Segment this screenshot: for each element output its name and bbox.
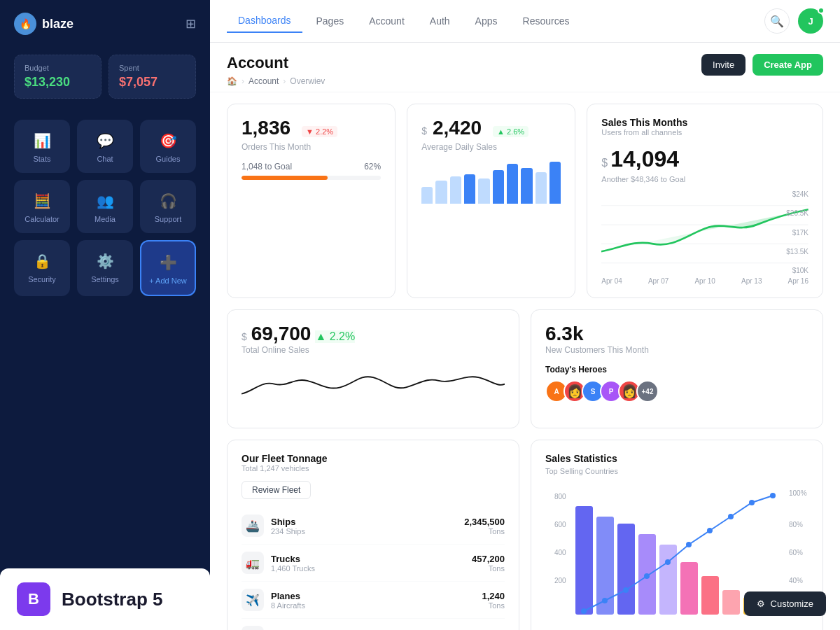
trains-icon: 🚂 [241, 626, 264, 630]
sales-line-chart: $24K $20.5K $17K $13.5K $10K [601, 190, 808, 274]
fleet-card: Our Fleet Tonnage Total 1,247 vehicles R… [227, 440, 519, 630]
breadcrumb-home-icon[interactable]: 🏠 [227, 76, 237, 86]
stats-icon: 📊 [34, 132, 51, 149]
sidebar-item-support[interactable]: 🎧 Support [140, 180, 196, 233]
sidebar-menu-icon[interactable]: ⊞ [186, 16, 196, 31]
planes-name: Planes [271, 591, 305, 601]
svg-text:60%: 60% [789, 549, 803, 556]
sales-month-number: 14,094 [610, 146, 679, 172]
svg-text:100%: 100% [789, 489, 807, 497]
svg-rect-14 [701, 576, 719, 615]
breadcrumb-overview: Overwiev [290, 76, 325, 86]
total-sales-label: Total Online Sales [241, 345, 505, 355]
planes-sub: 8 Aircrafts [271, 601, 305, 610]
svg-text:40%: 40% [789, 577, 803, 584]
sidebar-header: 🔥 blaze ⊞ [0, 0, 210, 48]
progress-label: 1,048 to Goal [241, 162, 292, 172]
sales-svg [601, 190, 808, 274]
create-app-button[interactable]: Create App [752, 54, 823, 76]
heroes-label: Today's Heroes [545, 365, 808, 374]
bar-6 [493, 170, 504, 204]
orders-change: ▼ 2.2% [302, 126, 337, 137]
customize-button[interactable]: ⚙ Customize [744, 592, 826, 616]
logo-text: blaze [42, 17, 74, 31]
budget-label: Budget [24, 64, 91, 72]
svg-point-25 [728, 514, 734, 519]
guides-label: Guides [156, 155, 181, 163]
add-icon: ➕ [160, 254, 177, 271]
planes-icon: ✈️ [241, 589, 264, 611]
tab-auth[interactable]: Auth [419, 9, 461, 33]
sidebar-item-guides[interactable]: 🎯 Guides [140, 120, 196, 173]
security-label: Security [28, 275, 56, 284]
fleet-item-trucks: 🚛 Trucks 1,460 Trucks 457,200 Tons [241, 545, 505, 582]
spent-label: Spent [119, 64, 186, 72]
customers-card: 6.3k New Customers This Month Today's He… [531, 309, 823, 428]
sidebar-item-security[interactable]: 🔒 Security [14, 240, 70, 296]
ships-sub: 234 Ships [271, 527, 305, 536]
daily-sales-chart [421, 162, 561, 204]
total-sales-card: $ 69,700 ▲ 2.2% Total Online Sales [227, 309, 519, 428]
trucks-name: Trucks [271, 554, 315, 564]
sidebar-item-settings[interactable]: ⚙️ Settings [77, 240, 133, 296]
trucks-sub: 1,460 Trucks [271, 564, 315, 573]
page-header: Account 🏠 › Account › Overwiev Invite Cr… [210, 43, 840, 92]
sales-month-subtitle: Users from all channels [601, 128, 808, 136]
breadcrumb-account[interactable]: Account [248, 76, 279, 86]
page-actions: Invite Create App [701, 54, 823, 76]
bar-4 [464, 174, 475, 204]
page-title: Account [227, 54, 325, 72]
invite-button[interactable]: Invite [701, 54, 746, 76]
sales-month-card: Sales This Months Users from all channel… [587, 104, 823, 298]
svg-rect-13 [680, 562, 698, 615]
planes-value: 1,240 [482, 591, 505, 601]
settings-label: Settings [91, 275, 119, 284]
guides-icon: 🎯 [160, 132, 177, 149]
fleet-item-ships: 🚢 Ships 234 Ships 2,345,500 Tons [241, 507, 505, 545]
tab-account[interactable]: Account [358, 9, 416, 33]
ships-unit: Tons [464, 527, 505, 536]
spent-card: Spent $7,057 [108, 55, 196, 99]
customers-number: 6.3k [545, 323, 808, 345]
support-icon: 🎧 [160, 192, 177, 209]
svg-text:400: 400 [554, 549, 566, 556]
security-icon: 🔒 [34, 253, 51, 270]
add-label: + Add New [149, 276, 187, 285]
svg-point-19 [602, 598, 608, 603]
progress-bar-bg [241, 176, 381, 180]
svg-point-27 [770, 493, 776, 498]
review-fleet-button[interactable]: Review Fleet [241, 481, 311, 499]
sidebar-item-media[interactable]: 👥 Media [77, 180, 133, 233]
bar-9 [536, 172, 547, 204]
spent-value: $7,057 [119, 75, 186, 90]
total-sales-number: 69,700 [251, 323, 312, 345]
progress-bar-fill [241, 176, 328, 180]
tab-resources[interactable]: Resources [512, 9, 581, 33]
search-button[interactable]: 🔍 [764, 8, 790, 34]
svg-point-20 [623, 587, 629, 593]
logo-area: 🔥 blaze [14, 13, 74, 35]
sidebar-item-calculator[interactable]: 🧮 Calculator [14, 180, 70, 233]
avatar-button[interactable]: J [798, 8, 823, 34]
tab-apps[interactable]: Apps [464, 9, 509, 33]
orders-card: 1,836 ▼ 2.2% Orders This Month 1,048 to … [227, 104, 396, 298]
top-nav-right: 🔍 J [764, 8, 823, 34]
breadcrumb: 🏠 › Account › Overwiev [227, 76, 325, 86]
bar-3 [450, 176, 461, 204]
sidebar-item-stats[interactable]: 📊 Stats [14, 120, 70, 173]
bar-1 [421, 187, 433, 204]
chat-icon: 💬 [97, 132, 114, 149]
sidebar-item-chat[interactable]: 💬 Chat [77, 120, 133, 173]
tab-pages[interactable]: Pages [305, 9, 356, 33]
svg-text:200: 200 [554, 577, 566, 584]
main-content: Dashboards Pages Account Auth Apps Resou… [210, 0, 840, 630]
svg-rect-8 [575, 506, 593, 615]
sidebar-item-add-new[interactable]: ➕ + Add New [140, 240, 196, 296]
budget-value: $13,230 [24, 75, 91, 90]
stats-label: Stats [33, 155, 50, 163]
fleet-title: Our Fleet Tonnage [241, 453, 505, 464]
support-label: Support [155, 215, 182, 223]
tab-dashboards[interactable]: Dashboards [227, 9, 302, 33]
bootstrap-text: Bootstrap 5 [62, 589, 162, 610]
row2: $ 69,700 ▲ 2.2% Total Online Sales 6.3k … [227, 309, 823, 428]
